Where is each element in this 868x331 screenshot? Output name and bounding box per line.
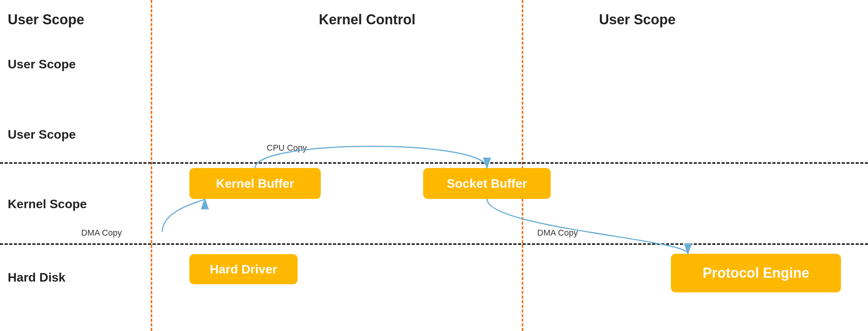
cpu-copy-label: CPU Copy (267, 143, 307, 153)
row-label-user-scope-mid: User Scope (8, 127, 76, 142)
h-line-top (0, 162, 868, 164)
diagram: User Scope Kernel Control User Scope Use… (0, 0, 868, 331)
hard-driver-box: Hard Driver (189, 254, 298, 284)
dma-copy-left-label: DMA Copy (81, 228, 122, 238)
col-header-left-user: User Scope (8, 12, 84, 28)
row-label-hard-disk: Hard Disk (8, 270, 65, 285)
socket-buffer-box: Socket Buffer (423, 168, 551, 199)
dma-copy-left-arrow (162, 199, 205, 232)
h-line-bottom (0, 243, 868, 245)
protocol-engine-box: Protocol Engine (671, 254, 841, 292)
row-label-kernel-scope: Kernel Scope (8, 197, 87, 211)
dma-copy-right-label: DMA Copy (537, 228, 578, 238)
col-header-right-user: User Scope (599, 12, 676, 28)
dma-copy-right-arrow (487, 199, 688, 254)
row-label-user-scope-top: User Scope (8, 57, 76, 71)
v-line-left (151, 0, 152, 331)
v-line-right (522, 0, 523, 331)
kernel-buffer-box: Kernel Buffer (189, 168, 321, 199)
col-header-kernel: Kernel Control (271, 12, 464, 28)
